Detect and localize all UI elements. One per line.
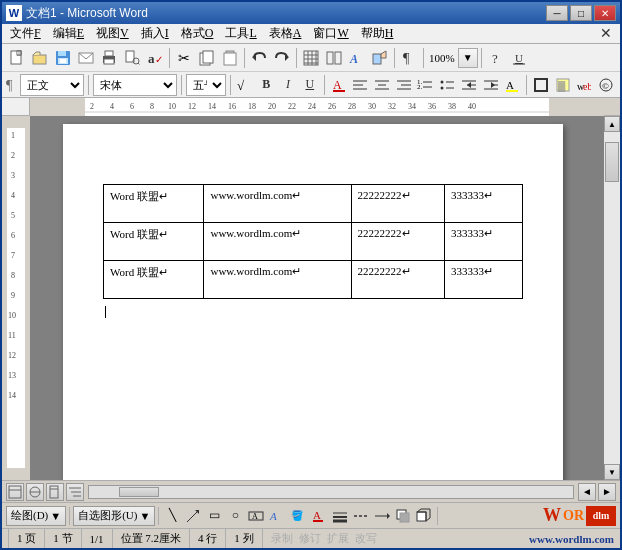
table-cell-r1c2[interactable]: www.wordlm.com↵ bbox=[204, 185, 351, 223]
zoom-dropdown-btn[interactable]: ▼ bbox=[458, 48, 478, 68]
web-component-btn[interactable]: © bbox=[596, 75, 616, 95]
font-color-draw-button[interactable]: A bbox=[309, 506, 329, 526]
align-center-button[interactable] bbox=[372, 75, 392, 95]
scroll-left-button[interactable]: ◄ bbox=[578, 483, 596, 501]
paste-button[interactable] bbox=[219, 47, 241, 69]
align-left-button[interactable] bbox=[350, 75, 370, 95]
oval-tool-button[interactable]: ○ bbox=[225, 506, 245, 526]
drawing-button[interactable] bbox=[369, 47, 391, 69]
horizontal-scrollbar-thumb[interactable] bbox=[119, 487, 159, 497]
table-cell-r1c4[interactable]: 333333↵ bbox=[445, 185, 523, 223]
document-area[interactable]: Word 联盟↵ www.wordlm.com↵ 22222222↵ 33333… bbox=[30, 116, 604, 480]
line-tool-button[interactable]: ╲ bbox=[162, 506, 182, 526]
table-cell-r2c2[interactable]: www.wordlm.com↵ bbox=[204, 223, 351, 261]
table-cell-r2c1[interactable]: Word 联盟↵ bbox=[104, 223, 204, 261]
maximize-button[interactable]: □ bbox=[570, 5, 592, 21]
menu-edit[interactable]: 编辑E bbox=[47, 23, 90, 44]
menu-tools[interactable]: 工具L bbox=[219, 23, 262, 44]
cut-button[interactable]: ✂ bbox=[173, 47, 195, 69]
italic-button[interactable]: I bbox=[278, 75, 298, 95]
new-button[interactable] bbox=[6, 47, 28, 69]
view-print-button[interactable] bbox=[46, 483, 64, 501]
table-cell-r2c4[interactable]: 333333↵ bbox=[445, 223, 523, 261]
menu-close-button[interactable]: ✕ bbox=[594, 25, 618, 42]
table-cell-r3c1[interactable]: Word 联盟↵ bbox=[104, 261, 204, 299]
sqrt-button[interactable]: √ bbox=[235, 75, 255, 95]
undo-button[interactable] bbox=[248, 47, 270, 69]
rect-tool-button[interactable]: ▭ bbox=[204, 506, 224, 526]
view-normal-button[interactable] bbox=[6, 483, 24, 501]
insert-wordart-button[interactable]: A bbox=[267, 506, 287, 526]
minimize-button[interactable]: ─ bbox=[546, 5, 568, 21]
columns-button[interactable] bbox=[323, 47, 345, 69]
view-web-button[interactable] bbox=[26, 483, 44, 501]
numbering-button[interactable]: 1.2. bbox=[416, 75, 436, 95]
horizontal-scrollbar[interactable] bbox=[88, 485, 574, 499]
outside-border-button[interactable] bbox=[531, 75, 551, 95]
open-button[interactable] bbox=[29, 47, 51, 69]
shading-button[interactable]: ▓ bbox=[553, 75, 573, 95]
svg-rect-30 bbox=[327, 52, 333, 64]
dash-style-button[interactable] bbox=[351, 506, 371, 526]
menu-help[interactable]: 帮助H bbox=[355, 23, 400, 44]
svg-text:16: 16 bbox=[228, 102, 236, 111]
fill-color-button[interactable]: 🪣 bbox=[288, 506, 308, 526]
table-row: Word 联盟↵ www.wordlm.com↵ 22222222↵ 33333… bbox=[104, 261, 523, 299]
menu-table[interactable]: 表格A bbox=[263, 23, 308, 44]
table-cell-r3c2[interactable]: www.wordlm.com↵ bbox=[204, 261, 351, 299]
show-hide-button[interactable]: ¶ bbox=[398, 47, 420, 69]
scroll-up-button[interactable]: ▲ bbox=[604, 116, 620, 132]
table-cell-r3c4[interactable]: 333333↵ bbox=[445, 261, 523, 299]
increase-indent-button[interactable] bbox=[481, 75, 501, 95]
close-button[interactable]: ✕ bbox=[594, 5, 616, 21]
scroll-down-button[interactable]: ▼ bbox=[604, 464, 620, 480]
menu-insert[interactable]: 插入I bbox=[135, 23, 175, 44]
save-button[interactable] bbox=[52, 47, 74, 69]
style-select[interactable]: 正文 标题1 标题2 bbox=[20, 74, 84, 96]
size-select[interactable]: 五号 四号 三号 二号 bbox=[186, 74, 226, 96]
font-select[interactable]: 宋体 黑体 楷体 bbox=[93, 74, 177, 96]
arrow-tool-button[interactable] bbox=[183, 506, 203, 526]
more-format-btn[interactable]: web bbox=[575, 75, 595, 95]
svg-rect-70 bbox=[535, 79, 547, 91]
spell-check-button[interactable]: a✓ bbox=[144, 47, 166, 69]
print-button[interactable] bbox=[98, 47, 120, 69]
view-outline-button[interactable] bbox=[66, 483, 84, 501]
vertical-scrollbar[interactable]: ▲ ▼ bbox=[604, 116, 620, 480]
print-preview-button[interactable] bbox=[121, 47, 143, 69]
decrease-indent-button[interactable] bbox=[459, 75, 479, 95]
underline-button[interactable]: U bbox=[300, 75, 320, 95]
email-button[interactable] bbox=[75, 47, 97, 69]
font-color-button[interactable]: A bbox=[329, 75, 349, 95]
table-button[interactable] bbox=[300, 47, 322, 69]
table-cell-r1c3[interactable]: 22222222↵ bbox=[351, 185, 445, 223]
scroll-right-button[interactable]: ► bbox=[598, 483, 616, 501]
menu-format[interactable]: 格式O bbox=[175, 23, 220, 44]
table-cell-r3c3[interactable]: 22222222↵ bbox=[351, 261, 445, 299]
line-style-button[interactable] bbox=[330, 506, 350, 526]
wordart-button[interactable]: A bbox=[346, 47, 368, 69]
svg-text:24: 24 bbox=[308, 102, 316, 111]
redo-button[interactable] bbox=[271, 47, 293, 69]
textbox-button[interactable]: A bbox=[246, 506, 266, 526]
copy-button[interactable] bbox=[196, 47, 218, 69]
align-right-button[interactable] bbox=[394, 75, 414, 95]
menu-view[interactable]: 视图V bbox=[90, 23, 135, 44]
draw-button[interactable]: 绘图(D) ▼ bbox=[6, 506, 66, 526]
scrollbar-thumb[interactable] bbox=[605, 142, 619, 182]
document-cursor-area[interactable] bbox=[103, 305, 523, 318]
menu-window[interactable]: 窗口W bbox=[307, 23, 354, 44]
shadow-button[interactable] bbox=[393, 506, 413, 526]
help-question-button[interactable]: ? bbox=[485, 47, 507, 69]
arrow-style-button[interactable] bbox=[372, 506, 392, 526]
underline-u-button[interactable]: U bbox=[508, 47, 530, 69]
scrollbar-track[interactable] bbox=[604, 132, 620, 464]
3d-button[interactable] bbox=[414, 506, 434, 526]
menu-file[interactable]: 文件F bbox=[4, 23, 47, 44]
autoshape-button[interactable]: 自选图形(U) ▼ bbox=[73, 506, 155, 526]
table-cell-r1c1[interactable]: Word 联盟↵ bbox=[104, 185, 204, 223]
highlight-button[interactable]: A bbox=[502, 75, 522, 95]
bullets-button[interactable] bbox=[437, 75, 457, 95]
bold-button[interactable]: B bbox=[257, 75, 277, 95]
table-cell-r2c3[interactable]: 22222222↵ bbox=[351, 223, 445, 261]
